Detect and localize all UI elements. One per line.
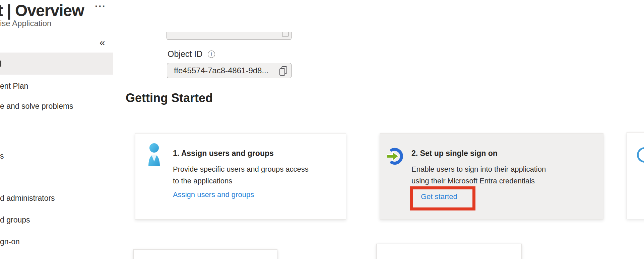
- info-icon[interactable]: i: [208, 51, 215, 58]
- user-person-icon: [146, 143, 162, 166]
- object-id-field[interactable]: ffe45574-7ac8-4861-9d8...: [167, 63, 292, 78]
- more-menu-button[interactable]: ···: [95, 1, 106, 12]
- sidebar-item-users-groups[interactable]: d groups: [0, 215, 113, 226]
- collapse-sidebar-button[interactable]: «: [100, 37, 105, 48]
- card-description-line: to the applications: [173, 177, 232, 185]
- assign-users-groups-link[interactable]: Assign users and groups: [173, 190, 254, 199]
- sso-arrow-circle-icon: [387, 148, 404, 165]
- sidebar-item-deployment-plan[interactable]: ent Plan: [0, 82, 113, 92]
- clipped-field: [167, 32, 292, 40]
- page-title: t | Overview: [0, 1, 84, 20]
- double-chevron-left-icon: «: [100, 37, 105, 48]
- clipped-copy-button-fragment: [282, 32, 288, 36]
- object-id-label: Object ID: [168, 49, 202, 59]
- section-title: Getting Started: [126, 91, 213, 105]
- sidebar-item-roles-administrators[interactable]: d administrators: [0, 194, 113, 204]
- card-assign-users-groups: 1. Assign users and groups Provide speci…: [135, 133, 346, 220]
- clipped-icon-fragment: [0, 61, 1, 67]
- partial-provision-icon: [637, 147, 644, 163]
- page-subtitle: ise Application: [0, 19, 51, 28]
- card-title: 2. Set up single sign on: [411, 149, 498, 158]
- card-description-line: Enable users to sign into their applicat…: [411, 165, 546, 174]
- card-partial-bottom-right: [376, 244, 522, 259]
- card-partial-right: [627, 132, 644, 219]
- card-description-line: Provide specific users and groups access: [173, 165, 309, 174]
- sidebar: « ent Plan e and solve problems s d admi…: [0, 32, 113, 259]
- sidebar-item-overview[interactable]: [0, 53, 113, 75]
- entra-overview-page: t | Overview ··· ise Application « ent P…: [0, 0, 644, 259]
- copy-button[interactable]: [278, 66, 288, 76]
- get-started-link[interactable]: Get started: [421, 192, 457, 201]
- object-id-value: ffe45574-7ac8-4861-9d8...: [174, 63, 268, 78]
- card-title: 1. Assign users and groups: [173, 149, 274, 158]
- sidebar-item-single-sign-on[interactable]: gn-on: [0, 237, 113, 247]
- card-description-line: using their Microsoft Entra credentials: [411, 177, 535, 185]
- sidebar-item-properties[interactable]: s: [0, 152, 113, 162]
- card-partial-bottom-left: [133, 249, 277, 259]
- card-set-up-single-sign-on: 2. Set up single sign on Enable users to…: [380, 133, 603, 220]
- sidebar-divider: [0, 144, 100, 144]
- sidebar-item-diagnose-solve-problems[interactable]: e and solve problems: [0, 102, 113, 112]
- ellipsis-icon: ···: [95, 1, 106, 12]
- copy-pages-icon: [278, 66, 288, 76]
